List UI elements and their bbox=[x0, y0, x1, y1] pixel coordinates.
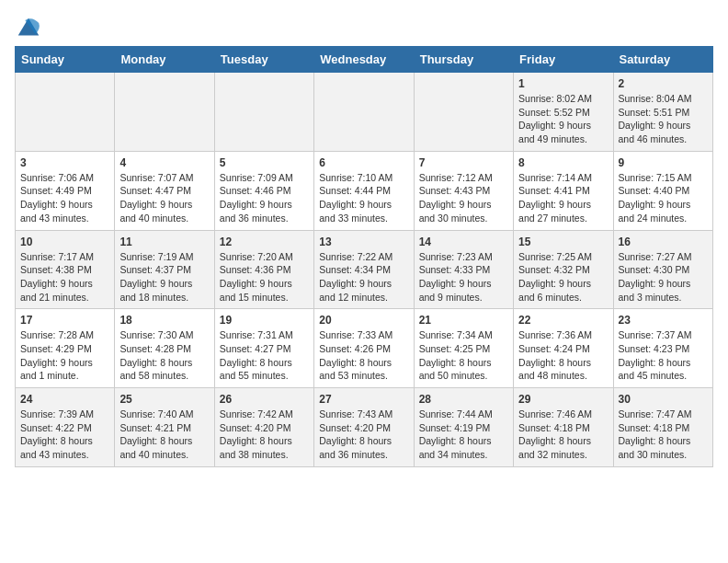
calendar-cell: 19Sunrise: 7:31 AMSunset: 4:27 PMDayligh… bbox=[214, 309, 313, 388]
day-number: 3 bbox=[20, 156, 109, 169]
calendar-week-4: 17Sunrise: 7:28 AMSunset: 4:29 PMDayligh… bbox=[16, 309, 713, 388]
day-number: 14 bbox=[419, 236, 508, 248]
day-info: Sunrise: 7:20 AMSunset: 4:36 PMDaylight:… bbox=[220, 250, 309, 304]
calendar-cell: 8Sunrise: 7:14 AMSunset: 4:41 PMDaylight… bbox=[514, 151, 613, 230]
calendar-cell: 22Sunrise: 7:36 AMSunset: 4:24 PMDayligh… bbox=[514, 309, 613, 388]
day-info: Sunrise: 7:15 AMSunset: 4:40 PMDaylight:… bbox=[619, 171, 708, 225]
calendar-week-2: 3Sunrise: 7:06 AMSunset: 4:49 PMDaylight… bbox=[16, 151, 713, 230]
day-number: 30 bbox=[619, 393, 708, 406]
day-number: 5 bbox=[220, 156, 309, 169]
day-info: Sunrise: 7:22 AMSunset: 4:34 PMDaylight:… bbox=[319, 250, 408, 304]
calendar-cell: 29Sunrise: 7:46 AMSunset: 4:18 PMDayligh… bbox=[514, 388, 613, 467]
calendar-cell: 18Sunrise: 7:30 AMSunset: 4:28 PMDayligh… bbox=[115, 309, 214, 388]
calendar-cell: 11Sunrise: 7:19 AMSunset: 4:37 PMDayligh… bbox=[115, 230, 214, 309]
day-number: 25 bbox=[119, 393, 209, 406]
day-number: 10 bbox=[20, 236, 109, 248]
calendar-cell: 4Sunrise: 7:07 AMSunset: 4:47 PMDaylight… bbox=[115, 151, 214, 230]
calendar-week-1: 1Sunrise: 8:02 AMSunset: 5:52 PMDaylight… bbox=[16, 73, 713, 152]
day-info: Sunrise: 7:09 AMSunset: 4:46 PMDaylight:… bbox=[220, 171, 309, 225]
day-info: Sunrise: 7:06 AMSunset: 4:49 PMDaylight:… bbox=[20, 171, 109, 225]
day-info: Sunrise: 7:17 AMSunset: 4:38 PMDaylight:… bbox=[20, 250, 109, 304]
calendar-cell: 23Sunrise: 7:37 AMSunset: 4:23 PMDayligh… bbox=[613, 309, 712, 388]
day-number: 9 bbox=[619, 156, 708, 169]
day-info: Sunrise: 7:33 AMSunset: 4:26 PMDaylight:… bbox=[319, 328, 408, 383]
day-info: Sunrise: 7:46 AMSunset: 4:18 PMDaylight:… bbox=[518, 408, 608, 462]
calendar-cell: 27Sunrise: 7:43 AMSunset: 4:20 PMDayligh… bbox=[314, 388, 414, 467]
header-saturday: Saturday bbox=[613, 47, 712, 73]
day-info: Sunrise: 7:27 AMSunset: 4:30 PMDaylight:… bbox=[619, 250, 708, 304]
day-number: 29 bbox=[518, 393, 608, 406]
day-info: Sunrise: 7:37 AMSunset: 4:23 PMDaylight:… bbox=[619, 328, 708, 383]
logo bbox=[15, 15, 46, 42]
calendar-cell: 6Sunrise: 7:10 AMSunset: 4:44 PMDaylight… bbox=[314, 151, 414, 230]
calendar-cell bbox=[16, 73, 115, 152]
calendar-cell: 16Sunrise: 7:27 AMSunset: 4:30 PMDayligh… bbox=[613, 230, 712, 309]
day-number: 12 bbox=[220, 236, 309, 248]
day-number: 21 bbox=[419, 314, 508, 327]
calendar-cell: 12Sunrise: 7:20 AMSunset: 4:36 PMDayligh… bbox=[214, 230, 313, 309]
calendar-cell: 24Sunrise: 7:39 AMSunset: 4:22 PMDayligh… bbox=[16, 388, 115, 467]
day-number: 8 bbox=[518, 156, 608, 169]
calendar-table: Sunday Monday Tuesday Wednesday Thursday… bbox=[15, 46, 713, 467]
calendar-cell: 15Sunrise: 7:25 AMSunset: 4:32 PMDayligh… bbox=[514, 230, 613, 309]
day-number: 17 bbox=[20, 314, 109, 327]
day-info: Sunrise: 8:04 AMSunset: 5:51 PMDaylight:… bbox=[619, 92, 708, 146]
day-info: Sunrise: 7:36 AMSunset: 4:24 PMDaylight:… bbox=[518, 328, 608, 383]
day-info: Sunrise: 7:10 AMSunset: 4:44 PMDaylight:… bbox=[319, 171, 408, 225]
header-wednesday: Wednesday bbox=[314, 47, 414, 73]
day-info: Sunrise: 7:31 AMSunset: 4:27 PMDaylight:… bbox=[220, 328, 309, 383]
calendar-cell: 1Sunrise: 8:02 AMSunset: 5:52 PMDaylight… bbox=[514, 73, 613, 152]
header-thursday: Thursday bbox=[414, 47, 513, 73]
day-number: 7 bbox=[419, 156, 508, 169]
day-info: Sunrise: 7:34 AMSunset: 4:25 PMDaylight:… bbox=[419, 328, 508, 383]
header-monday: Monday bbox=[115, 47, 214, 73]
calendar-cell: 7Sunrise: 7:12 AMSunset: 4:43 PMDaylight… bbox=[414, 151, 513, 230]
calendar-cell: 14Sunrise: 7:23 AMSunset: 4:33 PMDayligh… bbox=[414, 230, 513, 309]
calendar-cell: 10Sunrise: 7:17 AMSunset: 4:38 PMDayligh… bbox=[16, 230, 115, 309]
calendar-header-row: Sunday Monday Tuesday Wednesday Thursday… bbox=[16, 47, 713, 73]
day-number: 19 bbox=[220, 314, 309, 327]
day-number: 11 bbox=[119, 236, 209, 248]
day-info: Sunrise: 7:12 AMSunset: 4:43 PMDaylight:… bbox=[419, 171, 508, 225]
day-number: 24 bbox=[20, 393, 109, 406]
header-sunday: Sunday bbox=[16, 47, 115, 73]
calendar-week-3: 10Sunrise: 7:17 AMSunset: 4:38 PMDayligh… bbox=[16, 230, 713, 309]
calendar-cell bbox=[314, 73, 414, 152]
day-info: Sunrise: 7:28 AMSunset: 4:29 PMDaylight:… bbox=[20, 328, 109, 383]
calendar-cell: 2Sunrise: 8:04 AMSunset: 5:51 PMDaylight… bbox=[613, 73, 712, 152]
day-number: 4 bbox=[119, 156, 209, 169]
calendar-cell: 26Sunrise: 7:42 AMSunset: 4:20 PMDayligh… bbox=[214, 388, 313, 467]
day-number: 1 bbox=[518, 77, 608, 90]
calendar-cell: 30Sunrise: 7:47 AMSunset: 4:18 PMDayligh… bbox=[613, 388, 712, 467]
day-info: Sunrise: 7:07 AMSunset: 4:47 PMDaylight:… bbox=[119, 171, 209, 225]
calendar-cell: 28Sunrise: 7:44 AMSunset: 4:19 PMDayligh… bbox=[414, 388, 513, 467]
day-info: Sunrise: 7:43 AMSunset: 4:20 PMDaylight:… bbox=[319, 408, 408, 462]
day-number: 22 bbox=[518, 314, 608, 327]
day-info: Sunrise: 7:40 AMSunset: 4:21 PMDaylight:… bbox=[119, 408, 209, 462]
day-number: 20 bbox=[319, 314, 408, 327]
day-info: Sunrise: 7:30 AMSunset: 4:28 PMDaylight:… bbox=[119, 328, 209, 383]
day-number: 18 bbox=[119, 314, 209, 327]
day-info: Sunrise: 7:44 AMSunset: 4:19 PMDaylight:… bbox=[419, 408, 508, 462]
page-header bbox=[15, 15, 713, 42]
calendar-cell: 13Sunrise: 7:22 AMSunset: 4:34 PMDayligh… bbox=[314, 230, 414, 309]
calendar-cell bbox=[414, 73, 513, 152]
calendar-week-5: 24Sunrise: 7:39 AMSunset: 4:22 PMDayligh… bbox=[16, 388, 713, 467]
calendar-cell: 20Sunrise: 7:33 AMSunset: 4:26 PMDayligh… bbox=[314, 309, 414, 388]
calendar-cell: 5Sunrise: 7:09 AMSunset: 4:46 PMDaylight… bbox=[214, 151, 313, 230]
calendar-cell: 17Sunrise: 7:28 AMSunset: 4:29 PMDayligh… bbox=[16, 309, 115, 388]
calendar-cell bbox=[214, 73, 313, 152]
calendar-cell: 3Sunrise: 7:06 AMSunset: 4:49 PMDaylight… bbox=[16, 151, 115, 230]
day-info: Sunrise: 7:25 AMSunset: 4:32 PMDaylight:… bbox=[518, 250, 608, 304]
day-number: 26 bbox=[220, 393, 309, 406]
day-number: 27 bbox=[319, 393, 408, 406]
calendar-cell: 25Sunrise: 7:40 AMSunset: 4:21 PMDayligh… bbox=[115, 388, 214, 467]
day-number: 13 bbox=[319, 236, 408, 248]
day-info: Sunrise: 7:23 AMSunset: 4:33 PMDaylight:… bbox=[419, 250, 508, 304]
header-friday: Friday bbox=[514, 47, 613, 73]
day-number: 28 bbox=[419, 393, 508, 406]
day-info: Sunrise: 7:14 AMSunset: 4:41 PMDaylight:… bbox=[518, 171, 608, 225]
calendar-cell: 21Sunrise: 7:34 AMSunset: 4:25 PMDayligh… bbox=[414, 309, 513, 388]
day-info: Sunrise: 7:42 AMSunset: 4:20 PMDaylight:… bbox=[220, 408, 309, 462]
day-info: Sunrise: 8:02 AMSunset: 5:52 PMDaylight:… bbox=[518, 92, 608, 146]
